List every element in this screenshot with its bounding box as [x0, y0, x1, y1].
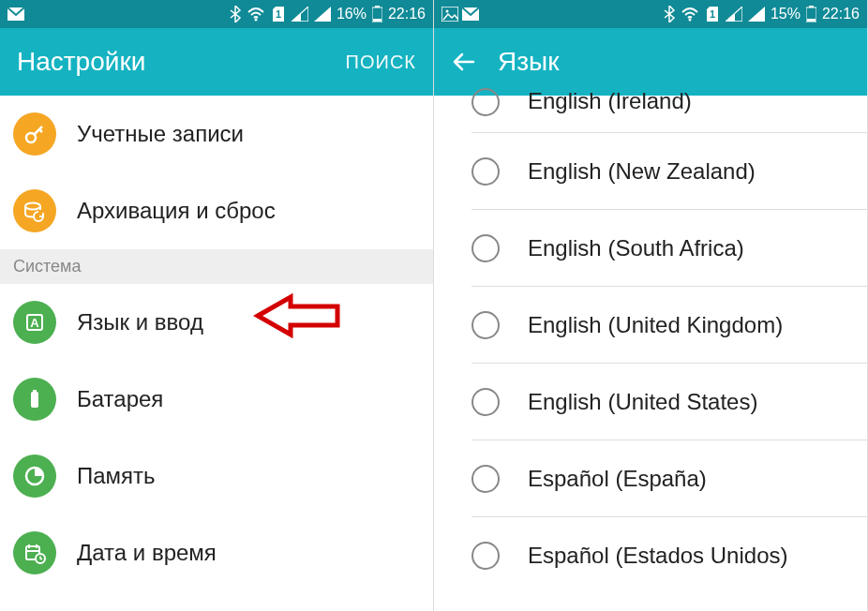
language-label: Español (Estados Unidos) [528, 543, 787, 569]
app-bar: Настройки ПОИСК [0, 28, 433, 96]
back-button[interactable] [451, 49, 477, 75]
settings-item-date-time[interactable]: Дата и время [0, 514, 433, 591]
settings-item-accounts[interactable]: Учетные записи [0, 96, 433, 172]
language-list[interactable]: English (Ireland) English (New Zealand) … [434, 96, 867, 594]
image-icon [441, 7, 458, 22]
radio-unchecked-icon[interactable] [471, 465, 500, 493]
sim1-icon: 1 [271, 6, 286, 22]
backup-icon [13, 189, 56, 232]
key-icon [13, 112, 56, 156]
language-label: English (United Kingdom) [528, 312, 783, 338]
radio-unchecked-icon[interactable] [471, 88, 500, 116]
status-bar: 1 15% 22:16 [434, 0, 867, 28]
radio-unchecked-icon[interactable] [471, 157, 500, 186]
battery-percent: 16% [337, 6, 367, 22]
memory-icon [13, 455, 56, 498]
svg-point-18 [688, 19, 691, 22]
language-label: English (United States) [528, 389, 757, 415]
language-option[interactable]: English (New Zealand) [471, 133, 867, 210]
settings-item-label: Батарея [77, 386, 163, 412]
battery-icon [372, 6, 382, 22]
svg-rect-22 [807, 19, 816, 22]
wifi-icon [247, 7, 265, 22]
svg-rect-10 [31, 392, 38, 408]
settings-item-label: Архивация и сброс [77, 198, 276, 224]
wifi-icon [681, 7, 699, 22]
section-header-system: Система [0, 249, 433, 284]
app-bar: Язык [434, 28, 867, 96]
language-option[interactable]: English (Ireland) [471, 96, 867, 133]
battery-icon [806, 6, 816, 22]
clock-text: 22:16 [388, 6, 426, 22]
radio-unchecked-icon[interactable] [471, 388, 500, 416]
sim1-icon: 1 [705, 6, 720, 22]
language-screen: 1 15% 22:16 Язык English (Ireland) Engli… [434, 0, 868, 611]
settings-item-label: Дата и время [77, 540, 217, 566]
clock-text: 22:16 [822, 6, 860, 22]
signal1-icon [726, 7, 742, 22]
radio-unchecked-icon[interactable] [471, 234, 500, 262]
bluetooth-icon [230, 6, 241, 22]
signal2-icon [314, 7, 331, 22]
gmail-icon [7, 7, 24, 21]
settings-screen: 1 16% 22:16 Настройки ПОИСК Учетные запи… [0, 0, 434, 611]
language-option[interactable]: English (United States) [471, 364, 867, 440]
page-title: Язык [498, 47, 559, 77]
page-title: Настройки [17, 47, 145, 77]
settings-item-label: Память [77, 463, 156, 489]
svg-text:1: 1 [276, 8, 281, 20]
battery-icon [13, 378, 56, 421]
language-icon: A [13, 301, 56, 344]
language-option[interactable]: English (South Africa) [471, 210, 867, 287]
svg-point-7 [25, 203, 40, 210]
signal2-icon [748, 7, 765, 22]
date-time-icon [13, 531, 56, 574]
language-label: English (Ireland) [528, 88, 692, 114]
settings-item-language-input[interactable]: A Язык и ввод [0, 284, 433, 361]
gmail-icon [462, 7, 479, 21]
settings-list: Учетные записи Архивация и сброс Система… [0, 96, 433, 591]
svg-text:1: 1 [710, 8, 715, 20]
radio-unchecked-icon[interactable] [471, 311, 500, 339]
svg-text:A: A [30, 316, 39, 330]
settings-item-label: Учетные записи [77, 121, 244, 147]
battery-percent: 15% [771, 6, 801, 22]
language-option[interactable]: Español (Estados Unidos) [471, 517, 867, 594]
search-button[interactable]: ПОИСК [346, 52, 416, 73]
signal1-icon [292, 7, 308, 22]
settings-item-battery[interactable]: Батарея [0, 361, 433, 438]
language-label: Español (España) [528, 466, 707, 492]
svg-rect-5 [373, 19, 382, 22]
language-option[interactable]: Español (España) [471, 440, 867, 517]
svg-rect-11 [33, 390, 37, 393]
language-option[interactable]: English (United Kingdom) [471, 287, 867, 364]
highlight-arrow-icon [253, 290, 347, 342]
settings-item-memory[interactable]: Память [0, 438, 433, 514]
language-label: English (South Africa) [528, 235, 744, 261]
radio-unchecked-icon[interactable] [471, 542, 500, 570]
svg-point-1 [254, 19, 257, 22]
status-bar: 1 16% 22:16 [0, 0, 433, 28]
settings-item-label: Язык и ввод [77, 309, 203, 335]
language-label: English (New Zealand) [528, 158, 756, 185]
bluetooth-icon [664, 6, 675, 22]
settings-item-backup[interactable]: Архивация и сброс [0, 172, 433, 249]
svg-point-16 [446, 10, 449, 13]
